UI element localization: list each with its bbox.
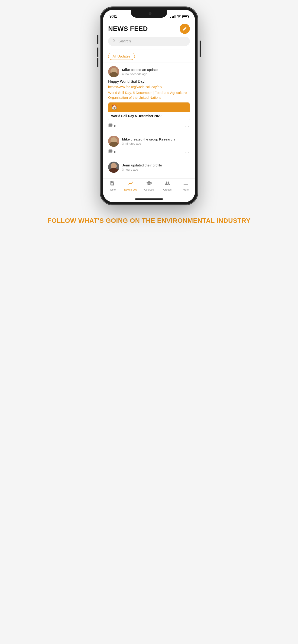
feed-item-2-action-text: created the group [131, 137, 159, 141]
tab-groups[interactable]: Groups [158, 180, 177, 191]
feed-item-3-action: Jenn updated their profile [122, 163, 190, 168]
feed-item-1-meta: Mike posted an update a few seconds ago [122, 68, 190, 76]
newsfeed-tab-icon [128, 180, 133, 187]
tab-home-label: Home [109, 188, 116, 191]
signal-bars [170, 15, 175, 18]
feed-item-1-more[interactable]: ··· [184, 123, 190, 129]
link-preview-body: World Soil Day 5 December 2020 [108, 112, 190, 120]
wifi-icon [177, 14, 181, 18]
avatar-jenn [108, 162, 119, 173]
comment-icon-1 [108, 123, 113, 129]
edit-button[interactable] [180, 24, 190, 34]
app-content: NEWS FEED Sea [103, 20, 195, 178]
feed-item-2-meta: Mike created the group Research 3 minute… [122, 137, 190, 146]
link-preview-title: World Soil Day 5 December 2020 [111, 114, 187, 118]
status-icons [170, 14, 188, 18]
search-icon [112, 39, 116, 44]
home-bar [135, 198, 163, 200]
feed-item-2-time: 3 minutes ago [122, 142, 190, 145]
filter-row: All Updates [103, 50, 195, 62]
tagline-container: FOLLOW WHAT'S GOING ON THE ENVIRONMENTAL… [38, 216, 260, 225]
feed-item-2-header: Mike created the group Research 3 minute… [108, 136, 190, 147]
feed-item-1-link-title[interactable]: World Soil Day, 5 December | Food and Ag… [108, 90, 190, 100]
feed-item-2-comments[interactable]: 0 [108, 149, 116, 155]
courses-tab-icon [146, 180, 152, 187]
feed-item-1-comment-count: 0 [114, 124, 116, 128]
tagline-text: FOLLOW WHAT'S GOING ON THE ENVIRONMENTAL… [48, 216, 251, 225]
tab-courses[interactable]: Courses [140, 180, 158, 191]
tab-home[interactable]: Home [103, 180, 121, 191]
svg-point-10 [110, 168, 117, 173]
home-tab-icon [110, 180, 115, 187]
feed-item-2-footer: 0 ··· [108, 149, 190, 155]
feed-item-2-user: Mike [122, 137, 130, 141]
search-bar[interactable]: Search [108, 37, 190, 46]
tab-bar: Home News Feed Courses [103, 178, 195, 196]
feed-item-3: Jenn updated their profile 3 hours ago [103, 158, 195, 178]
home-indicator [103, 196, 195, 202]
feed-item-3-action-text: updated their profile [131, 163, 162, 167]
svg-point-5 [111, 137, 116, 142]
feed-item-1-time: a few seconds ago [122, 72, 190, 76]
search-container: Search [103, 37, 195, 50]
svg-point-1 [111, 68, 116, 73]
feed-item-1-action-text: posted an update [131, 68, 158, 72]
groups-tab-icon [165, 180, 170, 187]
svg-point-4 [108, 136, 119, 147]
svg-point-0 [108, 66, 119, 77]
svg-rect-11 [111, 165, 113, 166]
tab-courses-label: Courses [144, 188, 154, 191]
signal-bar-2 [172, 16, 173, 18]
svg-rect-12 [114, 165, 117, 166]
svg-point-6 [110, 142, 117, 147]
app-header: NEWS FEED [103, 20, 195, 37]
signal-bar-3 [173, 16, 174, 18]
avatar-mike-1 [108, 66, 119, 77]
feed-item-1: Mike posted an update a few seconds ago … [103, 62, 195, 132]
feed-item-1-comments[interactable]: 0 [108, 123, 116, 129]
tab-newsfeed[interactable]: News Feed [121, 180, 140, 191]
more-tab-icon [183, 180, 188, 187]
feed-item-3-user: Jenn [122, 163, 130, 167]
tab-groups-label: Groups [163, 188, 171, 191]
notch-camera [149, 12, 151, 15]
feed-item-1-body: Happy World Soil Day! [108, 80, 190, 84]
signal-bar-4 [175, 15, 175, 18]
battery-icon [182, 15, 188, 18]
feed-item-2-group: Research [159, 137, 175, 141]
filter-all-updates[interactable]: All Updates [108, 52, 135, 60]
house-icon: 🏠 [111, 104, 117, 110]
status-time: 9:41 [110, 14, 117, 18]
svg-point-8 [108, 162, 119, 173]
signal-bar-1 [170, 17, 171, 18]
feed-item-1-footer: 0 ··· [108, 123, 190, 129]
page-title: NEWS FEED [108, 25, 148, 32]
feed-item-3-time: 3 hours ago [122, 168, 190, 171]
feed-item-1-action: Mike posted an update [122, 68, 190, 72]
phone-device: 9:41 [100, 7, 198, 205]
search-placeholder: Search [118, 39, 131, 44]
feed-item-3-header: Jenn updated their profile 3 hours ago [108, 162, 190, 173]
link-preview-banner: 🏠 [108, 102, 190, 112]
phone-notch [131, 10, 167, 18]
feed-item-2: Mike created the group Research 3 minute… [103, 132, 195, 158]
svg-point-7 [112, 138, 116, 142]
svg-point-2 [110, 73, 117, 77]
feed-item-2-more[interactable]: ··· [184, 149, 190, 154]
svg-point-9 [111, 163, 116, 168]
feed-item-2-comment-count: 0 [114, 150, 116, 154]
feed-item-3-meta: Jenn updated their profile 3 hours ago [122, 163, 190, 172]
feed-item-1-header: Mike posted an update a few seconds ago [108, 66, 190, 77]
tab-more[interactable]: More [177, 180, 195, 191]
feed-item-1-preview[interactable]: 🏠 World Soil Day 5 December 2020 [108, 102, 190, 120]
comment-icon-2 [108, 149, 113, 155]
tab-newsfeed-label: News Feed [124, 188, 137, 191]
feed-item-1-user: Mike [122, 68, 130, 72]
avatar-mike-2 [108, 136, 119, 147]
svg-point-3 [112, 68, 116, 72]
feed-item-2-action: Mike created the group Research [122, 137, 190, 142]
feed-item-1-link[interactable]: https://www.fao.org/world-soil-day/en/ [108, 85, 190, 89]
tab-more-label: More [183, 188, 189, 191]
